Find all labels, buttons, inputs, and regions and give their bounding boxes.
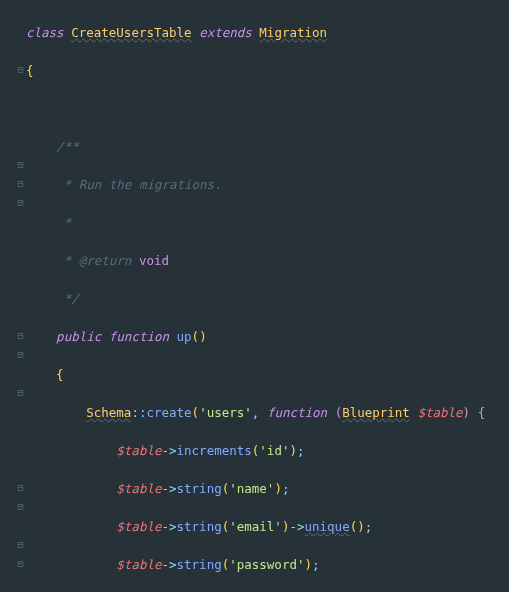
fold-marker[interactable] bbox=[16, 540, 25, 549]
fold-marker[interactable] bbox=[16, 350, 25, 359]
type-void: void bbox=[139, 253, 169, 268]
paren: ) bbox=[463, 405, 471, 420]
semi: ; bbox=[312, 557, 320, 572]
keyword-function: function bbox=[109, 329, 169, 344]
comma: , bbox=[252, 405, 260, 420]
str-name: 'name' bbox=[229, 481, 274, 496]
class-schema: Schema bbox=[86, 405, 131, 420]
semi: ; bbox=[282, 481, 290, 496]
str-email: 'email' bbox=[229, 519, 282, 534]
brace-open: { bbox=[26, 63, 34, 78]
doc-return: * @return bbox=[56, 253, 131, 268]
fold-marker[interactable] bbox=[16, 483, 25, 492]
op: -> bbox=[161, 443, 176, 458]
str-users: 'users' bbox=[199, 405, 252, 420]
class-name: Migration bbox=[259, 25, 327, 40]
brace-open: { bbox=[478, 405, 486, 420]
keyword-extends: extends bbox=[199, 25, 252, 40]
fold-marker[interactable] bbox=[16, 179, 25, 188]
fold-marker[interactable] bbox=[16, 65, 25, 74]
doc-close: */ bbox=[56, 291, 79, 306]
semi: ; bbox=[297, 443, 305, 458]
brace-open: { bbox=[56, 367, 64, 382]
op: :: bbox=[131, 405, 146, 420]
keyword-class: class bbox=[26, 25, 64, 40]
fold-marker[interactable] bbox=[16, 198, 25, 207]
doc-open: /** bbox=[56, 139, 79, 154]
fold-marker[interactable] bbox=[16, 388, 25, 397]
fn-unique: unique bbox=[305, 519, 350, 534]
str-password: 'password' bbox=[229, 557, 304, 572]
var-table: $table bbox=[116, 481, 161, 496]
fn-string: string bbox=[177, 481, 222, 496]
op: -> bbox=[161, 519, 176, 534]
var-table: $table bbox=[417, 405, 462, 420]
fn-create: create bbox=[146, 405, 191, 420]
fold-marker[interactable] bbox=[16, 502, 25, 511]
fold-marker[interactable] bbox=[16, 559, 25, 568]
semi: ; bbox=[365, 519, 373, 534]
class-blueprint: Blueprint bbox=[342, 405, 410, 420]
fn-string: string bbox=[177, 557, 222, 572]
code-editor[interactable]: class CreateUsersTable extends Migration… bbox=[26, 4, 485, 592]
keyword-public: public bbox=[56, 329, 101, 344]
class-name: CreateUsersTable bbox=[71, 25, 191, 40]
op: -> bbox=[161, 481, 176, 496]
doc-line: * bbox=[56, 215, 71, 230]
paren: ) bbox=[304, 557, 312, 572]
keyword-function: function bbox=[267, 405, 327, 420]
paren: () bbox=[192, 329, 207, 344]
fold-marker[interactable] bbox=[16, 160, 25, 169]
str-id: 'id' bbox=[259, 443, 289, 458]
op: -> bbox=[289, 519, 304, 534]
paren: () bbox=[350, 519, 365, 534]
paren: ) bbox=[289, 443, 297, 458]
fn-increments: increments bbox=[177, 443, 252, 458]
var-table: $table bbox=[116, 557, 161, 572]
paren: ) bbox=[274, 481, 282, 496]
var-table: $table bbox=[116, 519, 161, 534]
doc-line: * Run the migrations. bbox=[56, 177, 222, 192]
var-table: $table bbox=[116, 443, 161, 458]
paren: ( bbox=[192, 405, 200, 420]
gutter bbox=[0, 0, 22, 592]
fn-up: up bbox=[177, 329, 192, 344]
fold-marker[interactable] bbox=[16, 331, 25, 340]
fn-string: string bbox=[177, 519, 222, 534]
op: -> bbox=[161, 557, 176, 572]
